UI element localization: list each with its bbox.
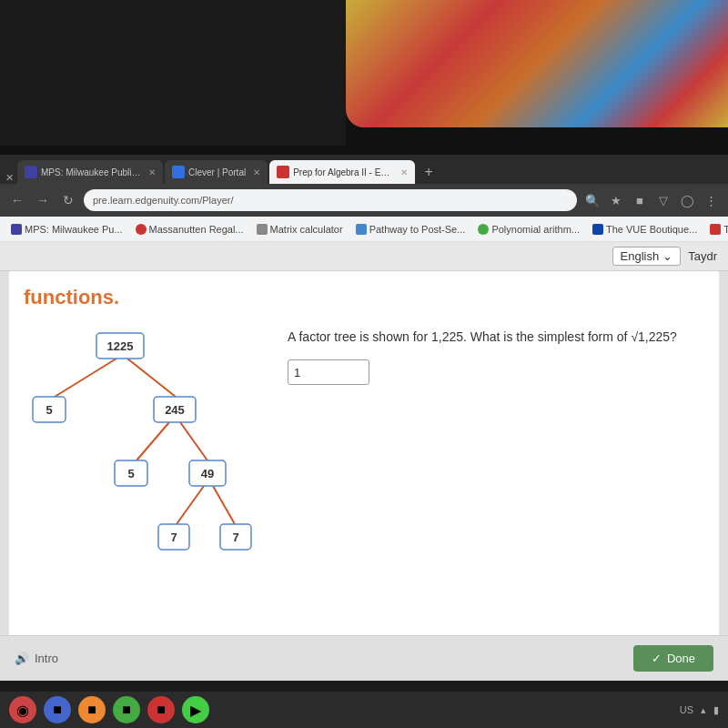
factor-tree-svg: 1225 5 245 5 49 7	[24, 324, 260, 561]
mps-tab-icon	[25, 166, 37, 178]
bookmark-pathway-icon	[356, 224, 367, 235]
language-label: English	[621, 249, 660, 263]
checkmark-icon: ✓	[652, 652, 662, 665]
question-area: A factor tree is shown for 1,225. What i…	[288, 324, 704, 385]
svg-text:5: 5	[46, 403, 52, 417]
taskbar-icon6[interactable]: ▶	[182, 696, 209, 723]
leftmost-close[interactable]: ✕	[4, 172, 15, 184]
bookmark-polynomial-icon	[478, 224, 489, 235]
svg-line-0	[55, 359, 116, 397]
volume-icon: 🔊	[15, 652, 29, 665]
svg-text:7: 7	[170, 531, 177, 544]
svg-text:245: 245	[165, 403, 185, 417]
bookmark-star-icon[interactable]: ★	[606, 190, 626, 210]
done-label: Done	[667, 652, 695, 665]
exercise-area: 1225 5 245 5 49 7	[24, 324, 704, 564]
bookmark-pathway-label: Pathway to Post-Se...	[369, 224, 466, 235]
top-background	[0, 0, 728, 155]
tab-mps[interactable]: MPS: Milwaukee Public Schools ✕	[17, 160, 163, 184]
taskbar-chrome-icon[interactable]: ◉	[9, 696, 36, 723]
bookmarks-bar: MPS: Milwaukee Pu... Massanutten Regal..…	[0, 217, 728, 242]
svg-text:5: 5	[127, 467, 134, 480]
forward-button[interactable]: →	[33, 190, 53, 210]
bookmark-massanutten[interactable]: Massanutten Regal...	[132, 222, 248, 237]
mps-tab-label: MPS: Milwaukee Public Schools	[41, 167, 141, 177]
bookmark-vue1-label: The VUE Boutique...	[606, 224, 697, 235]
wifi-icon: ▴	[701, 704, 706, 716]
bookmark-polynomial-label: Polynomial arithm...	[491, 224, 580, 235]
svg-line-1	[127, 359, 176, 397]
taskbar-folder-icon[interactable]: ■	[44, 696, 71, 723]
bookmark-matrix[interactable]: Matrix calculator	[253, 222, 347, 237]
taskbar-icon3[interactable]: ■	[78, 696, 106, 723]
bookmark-mps-icon	[11, 224, 22, 235]
svg-line-2	[136, 422, 169, 460]
chevron-down-icon: ⌄	[662, 249, 672, 263]
bookmark-massanutten-label: Massanutten Regal...	[149, 224, 244, 235]
bookmark-vue2-label: The VUE Boutique...	[723, 224, 728, 235]
main-content-area: functions. 1225	[0, 271, 728, 681]
lang-bar: English ⌄ Taydr	[0, 242, 728, 271]
answer-input[interactable]	[288, 359, 369, 385]
content-panel: functions. 1225	[9, 271, 719, 635]
bookmark-vue1[interactable]: The VUE Boutique...	[589, 222, 701, 237]
search-icon[interactable]: 🔍	[582, 190, 602, 210]
taskbar: ◉ ■ ■ ■ ■ ▶ US ▴ ▮	[0, 692, 728, 728]
svg-text:1225: 1225	[107, 339, 134, 353]
bookmark-vue1-icon	[592, 224, 603, 235]
taskbar-us-label: US	[680, 704, 693, 715]
browser-chrome: ✕ MPS: Milwaukee Public Schools ✕ Clever…	[0, 155, 728, 271]
dark-overlay	[0, 0, 346, 146]
clever-tab-close[interactable]: ✕	[253, 167, 260, 177]
colorful-background	[346, 0, 728, 127]
profile-icon[interactable]: ◯	[677, 190, 697, 210]
bookmark-matrix-label: Matrix calculator	[270, 224, 343, 235]
browser-toolbar-icons: 🔍 ★ ■ ▽ ◯ ⋮	[582, 190, 721, 210]
edgenuity-tab-icon	[277, 166, 289, 178]
back-button[interactable]: ←	[7, 190, 27, 210]
reload-button[interactable]: ↻	[58, 190, 78, 210]
svg-text:7: 7	[232, 531, 238, 544]
svg-text:49: 49	[201, 467, 214, 480]
bookmark-polynomial[interactable]: Polynomial arithm...	[474, 222, 583, 237]
intro-label: Intro	[35, 652, 58, 665]
extensions-icon[interactable]: ■	[630, 190, 650, 210]
new-tab-button[interactable]: +	[417, 160, 440, 184]
edgenuity-tab-label: Prep for Algebra II - Edgenuity.co...	[293, 167, 393, 177]
taskbar-right: US ▴ ▮	[680, 704, 719, 716]
panel-title: functions.	[24, 286, 704, 309]
bookmark-matrix-icon	[257, 224, 268, 235]
menu-icon[interactable]: ⋮	[701, 190, 721, 210]
address-bar-row: ← → ↻ pre.learn.edgenuity.com/Player/ 🔍 …	[0, 184, 728, 217]
edgenuity-tab-close[interactable]: ✕	[400, 167, 408, 177]
question-text: A factor tree is shown for 1,225. What i…	[288, 328, 704, 347]
tab-bar: ✕ MPS: Milwaukee Public Schools ✕ Clever…	[0, 155, 728, 184]
svg-line-3	[180, 422, 207, 460]
done-button[interactable]: ✓ Done	[633, 645, 713, 672]
username-display: Taydr	[688, 249, 717, 263]
mps-tab-close[interactable]: ✕	[148, 167, 156, 177]
bookmark-vue2[interactable]: The VUE Boutique...	[706, 222, 728, 237]
bottom-toolbar: 🔊 Intro ✓ Done	[0, 635, 728, 681]
tab-clever[interactable]: Clever | Portal ✕	[165, 160, 268, 184]
clever-tab-label: Clever | Portal	[188, 167, 246, 177]
svg-line-5	[213, 486, 235, 524]
tab-edgenuity[interactable]: Prep for Algebra II - Edgenuity.co... ✕	[269, 160, 415, 184]
bookmark-massanutten-icon	[136, 224, 147, 235]
address-input[interactable]: pre.learn.edgenuity.com/Player/	[84, 189, 577, 211]
bookmark-vue2-icon	[710, 224, 721, 235]
taskbar-icon4[interactable]: ■	[113, 696, 140, 723]
shield-icon[interactable]: ▽	[653, 190, 673, 210]
language-selector[interactable]: English ⌄	[612, 247, 682, 266]
bookmark-pathway[interactable]: Pathway to Post-Se...	[352, 222, 470, 237]
intro-button[interactable]: 🔊 Intro	[15, 652, 58, 665]
bookmark-mps-label: MPS: Milwaukee Pu...	[25, 224, 123, 235]
svg-line-4	[177, 486, 204, 524]
taskbar-icon5[interactable]: ■	[147, 696, 175, 723]
factor-tree: 1225 5 245 5 49 7	[24, 324, 260, 564]
address-text: pre.learn.edgenuity.com/Player/	[93, 195, 234, 206]
bookmark-mps[interactable]: MPS: Milwaukee Pu...	[7, 222, 126, 237]
clever-tab-icon	[172, 166, 185, 178]
battery-icon: ▮	[713, 704, 719, 716]
